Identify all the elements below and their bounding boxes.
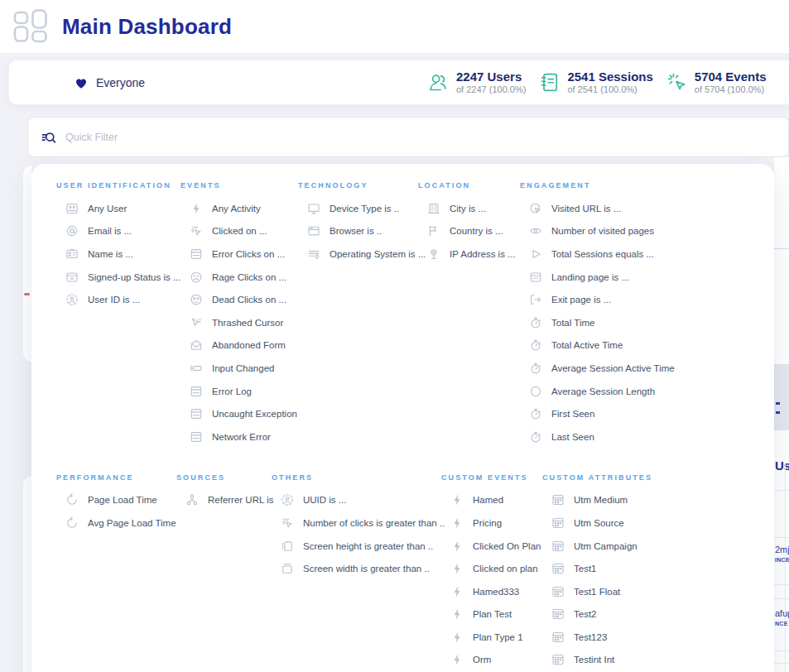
filter-option-plan-type-1[interactable]: Plan Type 1 bbox=[441, 626, 542, 649]
filter-option-label: Test1 bbox=[574, 564, 597, 574]
filter-option-label: Average Session Length bbox=[551, 386, 655, 396]
filter-option-avg-page-load-time[interactable]: Avg Page Load Time bbox=[56, 511, 176, 535]
background-card-left-sliver bbox=[23, 166, 31, 362]
stat-value: 2247 Users bbox=[456, 70, 526, 84]
filter-option-uuid-is[interactable]: UUID is ... bbox=[272, 489, 441, 512]
filter-option-test1[interactable]: Test1 bbox=[542, 557, 774, 580]
filter-option-signed-up-status-is[interactable]: Signed-up Status is ... bbox=[56, 266, 180, 289]
filter-option-utm-source[interactable]: Utm Source bbox=[542, 511, 774, 535]
background-card-left-sliver-2 bbox=[23, 476, 31, 672]
segment-selector[interactable]: Everyone bbox=[74, 60, 145, 104]
filter-category-technology: TECHNOLOGYDevice Type is ..Browser is ..… bbox=[298, 181, 418, 266]
filter-option-any-user[interactable]: Any User bbox=[56, 197, 180, 220]
id-card-icon bbox=[65, 247, 79, 261]
filter-option-label: Error Clicks on ... bbox=[212, 249, 285, 259]
filter-option-thrashed-cursor[interactable]: Thrashed Cursor bbox=[180, 311, 298, 334]
filter-option-city-is[interactable]: City is ... bbox=[418, 197, 520, 220]
filter-option-label: Rage Clicks on ... bbox=[212, 272, 286, 282]
filter-category-custom-events: CUSTOM EVENTSHamedPricingClicked On Plan… bbox=[441, 473, 542, 672]
filter-option-clicked-on-plan[interactable]: Clicked On Plan bbox=[441, 535, 542, 558]
filter-option-test123[interactable]: Test123 bbox=[542, 626, 774, 649]
app-logo-icon bbox=[12, 7, 51, 46]
filter-option-browser-is[interactable]: Browser is .. bbox=[298, 220, 418, 243]
filter-option-user-id-is[interactable]: User ID is ... bbox=[56, 288, 180, 311]
filter-option-name-is[interactable]: Name is ... bbox=[56, 242, 180, 266]
filter-option-label: Avg Page Load Time bbox=[88, 518, 176, 528]
filter-option-abandoned-form[interactable]: Abandoned Form bbox=[180, 334, 298, 358]
filter-option-average-session-active-time[interactable]: Average Session Active Time bbox=[520, 357, 774, 380]
filter-option-uncaught-exception[interactable]: Uncaught Exception bbox=[180, 402, 298, 425]
location-pin-icon bbox=[427, 247, 440, 261]
filter-option-utm-campaign[interactable]: Utm Campaign bbox=[542, 535, 774, 558]
filter-option-screen-height-is-greater-than[interactable]: Screen height is greater than .. bbox=[272, 535, 441, 558]
filter-option-label: Screen width is greater than .. bbox=[303, 564, 430, 574]
filter-category-performance: PERFORMANCEPage Load TimeAvg Page Load T… bbox=[56, 473, 176, 535]
filter-option-test1-float[interactable]: Test1 Float bbox=[542, 580, 774, 603]
filter-option-dead-clicks-on[interactable]: Dead Clicks on ... bbox=[180, 288, 298, 311]
filter-option-clicked-on[interactable]: Clicked on ... bbox=[180, 220, 298, 243]
filter-option-any-activity[interactable]: Any Activity bbox=[180, 197, 298, 220]
filter-option-number-of-clicks-is-greater-than[interactable]: Number of clicks is greater than .. bbox=[272, 511, 441, 535]
filter-option-landing-page-is[interactable]: Landing page is ... bbox=[520, 266, 774, 289]
stopwatch-icon bbox=[529, 430, 542, 444]
filter-category-title: LOCATION bbox=[418, 181, 520, 190]
filter-category-engagement: ENGAGEMENTVisited URL is ...Number of vi… bbox=[520, 181, 774, 449]
filter-option-ip-address-is[interactable]: IP Address is ... bbox=[418, 242, 520, 266]
filter-option-plan-test[interactable]: Plan Test bbox=[441, 603, 542, 626]
stat-value: 5704 Events bbox=[695, 70, 767, 84]
sessions-stat-icon bbox=[538, 71, 560, 94]
circle-icon bbox=[529, 385, 542, 398]
filter-option-label: Device Type is .. bbox=[330, 204, 399, 214]
filter-option-total-active-time[interactable]: Total Active Time bbox=[520, 334, 774, 358]
filter-option-exit-page-is[interactable]: Exit page is ... bbox=[520, 288, 774, 311]
quick-filter-input[interactable] bbox=[64, 131, 788, 144]
filter-option-operating-system-is[interactable]: Operating System is ... bbox=[298, 242, 418, 266]
filter-category-user-identification: USER IDENTIFICATIONAny UserEmail is ...N… bbox=[56, 181, 180, 311]
filter-option-average-session-length[interactable]: Average Session Length bbox=[520, 380, 774, 403]
filter-option-visited-url-is[interactable]: Visited URL is ... bbox=[520, 197, 774, 220]
bolt-icon bbox=[450, 516, 464, 530]
filter-option-number-of-visited-pages[interactable]: Number of visited pages bbox=[520, 220, 774, 243]
exit-arrow-icon bbox=[529, 293, 542, 306]
filter-option-clicked-on-plan[interactable]: Clicked on plan bbox=[441, 557, 542, 580]
stat-detail: of 5704 (100.0%) bbox=[695, 84, 767, 95]
filter-option-orm[interactable]: Orm bbox=[441, 649, 542, 672]
filter-option-label: Page Load Time bbox=[88, 495, 157, 505]
filter-option-hamed333[interactable]: Hamed333 bbox=[441, 580, 542, 603]
filter-option-total-sessions-equals[interactable]: Total Sessions equals ... bbox=[520, 242, 774, 266]
filter-option-referrer-url-is[interactable]: Referrer URL is bbox=[176, 489, 272, 512]
filter-option-error-log[interactable]: Error Log bbox=[180, 380, 298, 403]
filter-option-pricing[interactable]: Pricing bbox=[441, 511, 542, 535]
filter-option-label: Total Active Time bbox=[551, 340, 623, 350]
attribute-grid-icon bbox=[551, 653, 565, 666]
filter-option-screen-width-is-greater-than[interactable]: Screen width is greater than .. bbox=[272, 557, 441, 580]
background-table-row-partial: afup NCE M bbox=[775, 608, 789, 626]
filter-option-country-is[interactable]: Country is ... bbox=[418, 220, 520, 243]
background-dash bbox=[776, 402, 780, 405]
filter-option-testint-int[interactable]: Testint Int bbox=[542, 649, 774, 672]
filter-option-email-is[interactable]: Email is ... bbox=[56, 220, 180, 243]
cursor-lines-icon bbox=[190, 316, 203, 329]
screen-width-icon bbox=[281, 562, 294, 575]
filter-option-label: Uncaught Exception bbox=[212, 409, 297, 419]
filter-option-label: Testint Int bbox=[574, 655, 614, 665]
segment-label: Everyone bbox=[96, 76, 145, 89]
filter-option-test2[interactable]: Test2 bbox=[542, 603, 774, 626]
filter-category-events: EVENTSAny ActivityClicked on ...Error Cl… bbox=[180, 181, 298, 449]
eye-icon bbox=[529, 224, 542, 238]
filter-option-total-time[interactable]: Total Time bbox=[520, 311, 774, 334]
app-header: Main Dashboard bbox=[0, 0, 789, 53]
filter-category-title: SOURCES bbox=[176, 473, 272, 482]
filter-option-network-error[interactable]: Network Error bbox=[180, 425, 298, 449]
filter-option-utm-medium[interactable]: Utm Medium bbox=[542, 489, 774, 512]
filter-option-first-seen[interactable]: First Seen bbox=[520, 402, 774, 425]
share-nodes-icon bbox=[185, 493, 199, 506]
filter-option-error-clicks-on[interactable]: Error Clicks on ... bbox=[180, 242, 298, 266]
filter-option-hamed[interactable]: Hamed bbox=[441, 489, 542, 512]
filter-option-page-load-time[interactable]: Page Load Time bbox=[56, 489, 176, 512]
filter-option-rage-clicks-on[interactable]: Rage Clicks on ... bbox=[180, 266, 298, 289]
filter-option-device-type-is[interactable]: Device Type is .. bbox=[298, 197, 418, 220]
filter-option-label: Thrashed Cursor bbox=[212, 318, 283, 328]
filter-option-input-changed[interactable]: Input Changed bbox=[180, 357, 298, 380]
filter-option-last-seen[interactable]: Last Seen bbox=[520, 425, 774, 449]
